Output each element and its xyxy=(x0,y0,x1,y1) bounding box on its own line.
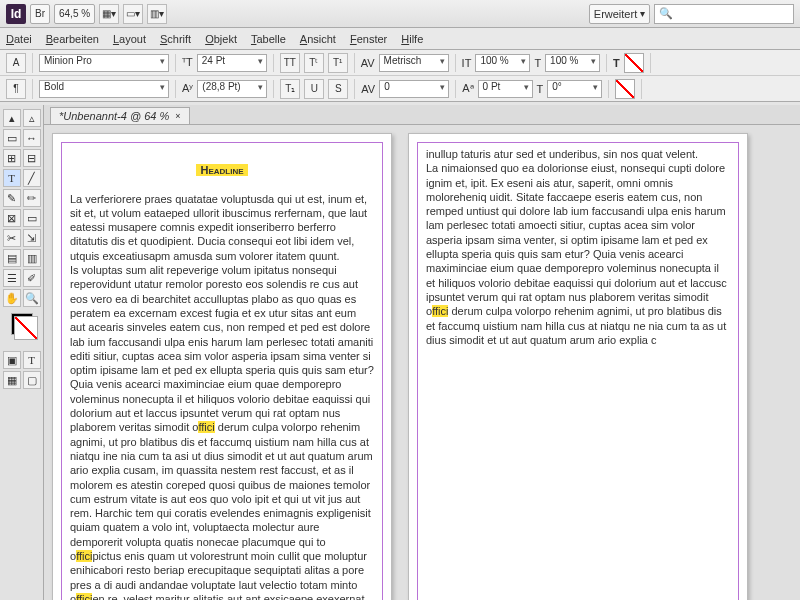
allcaps-button[interactable]: TT xyxy=(280,53,300,73)
font-weight-select[interactable]: Bold xyxy=(39,80,169,98)
font-size-select[interactable]: 24 Pt xyxy=(197,54,267,72)
apply-color-button[interactable]: ▣ xyxy=(3,351,21,369)
char-format-icon[interactable]: A xyxy=(6,53,26,73)
font-size-icon: ᵀT xyxy=(182,56,193,69)
gradient-swatch-tool[interactable]: ▤ xyxy=(3,249,21,267)
skew-select[interactable]: 0° xyxy=(547,80,602,98)
body-text: Is voluptas sum alit repeverige volum ip… xyxy=(70,263,374,600)
fill-stroke-swatch[interactable] xyxy=(11,313,33,335)
normal-view-button[interactable]: ▦ xyxy=(3,371,21,389)
note-tool[interactable]: ☰ xyxy=(3,269,21,287)
direct-selection-tool[interactable]: ▵ xyxy=(23,109,41,127)
rectangle-tool[interactable]: ▭ xyxy=(23,209,41,227)
font-family-select[interactable]: Minion Pro xyxy=(39,54,169,72)
leading-select[interactable]: (28,8 Pt) xyxy=(197,80,267,98)
type-tool[interactable]: T xyxy=(3,169,21,187)
menu-ansicht[interactable]: Ansicht xyxy=(300,33,336,45)
menu-hilfe[interactable]: Hilfe xyxy=(401,33,423,45)
tools-panel: ▴▵ ▭↔ ⊞⊟ T╱ ✎✏ ⊠▭ ✂⇲ ▤▥ ☰✐ ✋🔍 ▣T ▦▢ xyxy=(0,105,44,600)
body-text: inullup taturis atur sed et underibus, s… xyxy=(426,147,730,161)
vscale-icon: T xyxy=(534,57,541,69)
content-collector-tool[interactable]: ⊞ xyxy=(3,149,21,167)
underline-button[interactable]: U xyxy=(304,79,324,99)
scissors-tool[interactable]: ✂ xyxy=(3,229,21,247)
menu-layout[interactable]: Layout xyxy=(113,33,146,45)
menu-datei[interactable]: DDateiatei xyxy=(6,33,32,45)
strike-button[interactable]: S xyxy=(328,79,348,99)
para-format-icon[interactable]: ¶ xyxy=(6,79,26,99)
body-text: La nimaionsed quo ea dolorionse eiust, n… xyxy=(426,161,730,347)
workspace-switcher[interactable]: Erweitert ▾ xyxy=(589,4,650,24)
arrange-icon[interactable]: ▥▾ xyxy=(147,4,167,24)
rectangle-frame-tool[interactable]: ⊠ xyxy=(3,209,21,227)
text-frame-left[interactable]: Headline La verferiorere praes quatatae … xyxy=(61,142,383,600)
stroke-color-swatch[interactable] xyxy=(615,79,635,99)
text-frame-right[interactable]: inullup taturis atur sed et underibus, s… xyxy=(417,142,739,600)
skew-icon: T xyxy=(537,83,544,95)
free-transform-tool[interactable]: ⇲ xyxy=(23,229,41,247)
pen-tool[interactable]: ✎ xyxy=(3,189,21,207)
bridge-button[interactable]: Br xyxy=(30,4,50,24)
vscale-select[interactable]: 100 % xyxy=(545,54,600,72)
menu-bar: DDateiatei Bearbeiten Layout Schrift Obj… xyxy=(0,28,800,50)
hscale-icon: IT xyxy=(462,57,472,69)
menu-schrift[interactable]: Schrift xyxy=(160,33,191,45)
zoom-level[interactable]: 64,5 % xyxy=(54,4,95,24)
search-icon: 🔍 xyxy=(659,7,673,20)
search-field[interactable]: 🔍 xyxy=(654,4,794,24)
kerning-icon: AV xyxy=(361,57,375,69)
search-input[interactable] xyxy=(677,8,789,19)
kerning-select[interactable]: Metrisch xyxy=(379,54,449,72)
headline-text: Headline xyxy=(70,153,374,182)
line-tool[interactable]: ╱ xyxy=(23,169,41,187)
menu-bearbeiten[interactable]: Bearbeiten xyxy=(46,33,99,45)
tracking-select[interactable]: 0 xyxy=(379,80,449,98)
superscript-button[interactable]: T¹ xyxy=(328,53,348,73)
leading-icon: Aʸ xyxy=(182,82,193,95)
app-logo: Id xyxy=(6,4,26,24)
gradient-feather-tool[interactable]: ▥ xyxy=(23,249,41,267)
view-options-icon[interactable]: ▦▾ xyxy=(99,4,119,24)
document-tab-close[interactable]: × xyxy=(175,111,180,121)
baseline-select[interactable]: 0 Pt xyxy=(478,80,533,98)
selection-tool[interactable]: ▴ xyxy=(3,109,21,127)
eyedropper-tool[interactable]: ✐ xyxy=(23,269,41,287)
baseline-icon: Aᵃ xyxy=(462,82,473,95)
tracking-icon: AV xyxy=(361,83,375,95)
fill-label-icon: T xyxy=(613,57,620,69)
document-tab[interactable]: *Unbenannt-4 @ 64 % × xyxy=(50,107,190,124)
smallcaps-button[interactable]: Tᵗ xyxy=(304,53,324,73)
document-tab-label: *Unbenannt-4 @ 64 % xyxy=(59,110,169,122)
hand-tool[interactable]: ✋ xyxy=(3,289,21,307)
menu-tabelle[interactable]: Tabelle xyxy=(251,33,286,45)
canvas-area[interactable]: Headline La verferiorere praes quatatae … xyxy=(44,125,800,600)
pencil-tool[interactable]: ✏ xyxy=(23,189,41,207)
content-placer-tool[interactable]: ⊟ xyxy=(23,149,41,167)
apply-text-button[interactable]: T xyxy=(23,351,41,369)
gap-tool[interactable]: ↔ xyxy=(23,129,41,147)
preview-view-button[interactable]: ▢ xyxy=(23,371,41,389)
zoom-tool[interactable]: 🔍 xyxy=(23,289,41,307)
fill-color-swatch[interactable] xyxy=(624,53,644,73)
body-text: La verferiorere praes quatatae voluptusd… xyxy=(70,192,374,263)
screen-mode-icon[interactable]: ▭▾ xyxy=(123,4,143,24)
menu-objekt[interactable]: Objekt xyxy=(205,33,237,45)
hscale-select[interactable]: 100 % xyxy=(475,54,530,72)
page-tool[interactable]: ▭ xyxy=(3,129,21,147)
page-left: Headline La verferiorere praes quatatae … xyxy=(52,133,392,600)
page-right: inullup taturis atur sed et underibus, s… xyxy=(408,133,748,600)
subscript-button[interactable]: T₁ xyxy=(280,79,300,99)
menu-fenster[interactable]: Fenster xyxy=(350,33,387,45)
